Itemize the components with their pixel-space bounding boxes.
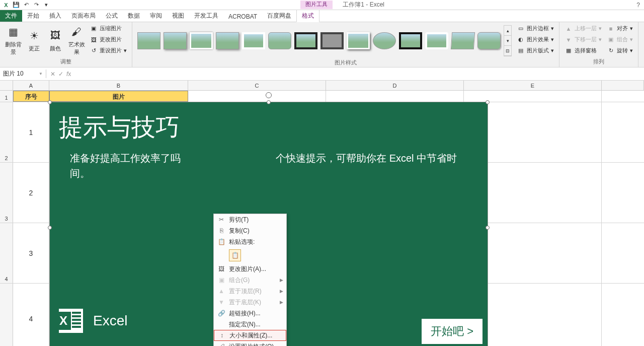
tab-data[interactable]: 数据	[123, 10, 145, 22]
cell-a3[interactable]: 2	[13, 163, 49, 223]
col-header-a[interactable]: A	[13, 81, 49, 90]
qat-dropdown-icon[interactable]: ▾	[42, 1, 50, 9]
cell-b1[interactable]: 图片	[49, 91, 188, 102]
style-thumb[interactable]	[425, 32, 448, 49]
bring-forward-button[interactable]: ▲上移一层 ▾	[562, 23, 604, 34]
col-header-b[interactable]: B	[49, 81, 188, 90]
style-thumb[interactable]	[373, 32, 396, 49]
picture-layout-button[interactable]: ▤图片版式 ▾	[515, 45, 556, 56]
cell-d1[interactable]	[326, 91, 464, 102]
style-thumb[interactable]	[399, 32, 422, 49]
tab-formulas[interactable]: 公式	[101, 10, 123, 22]
picture-styles-gallery[interactable]: ▴▾⊟	[135, 23, 514, 58]
paste-option-button[interactable]: 📋	[229, 249, 241, 261]
resize-handle-tm[interactable]	[267, 100, 271, 104]
select-all-corner[interactable]	[0, 81, 13, 90]
tab-view[interactable]: 视图	[167, 10, 189, 22]
layout-icon: ▤	[517, 47, 525, 55]
tab-acrobat[interactable]: ACROBAT	[223, 12, 262, 22]
fx-icon[interactable]: fx	[66, 71, 71, 78]
tab-file[interactable]: 文件	[0, 10, 22, 22]
cm-change-picture[interactable]: 🖼更改图片(A)...	[214, 263, 286, 274]
redo-icon[interactable]: ↷	[32, 1, 40, 9]
style-thumb[interactable]	[294, 32, 317, 49]
name-box-dropdown-icon[interactable]: ▼	[39, 72, 43, 76]
compress-picture-button[interactable]: ▣压缩图片	[88, 23, 129, 34]
tab-layout[interactable]: 页面布局	[66, 10, 101, 22]
send-backward-button[interactable]: ▼下移一层 ▾	[562, 34, 604, 45]
cm-copy[interactable]: ⎘复制(C)	[214, 225, 286, 236]
color-button[interactable]: 🖼 颜色	[45, 23, 65, 56]
cell-a5[interactable]: 4	[13, 284, 49, 346]
cm-assign-macro[interactable]: 指定宏(N)...	[214, 319, 286, 330]
corrections-button[interactable]: ☀ 更正	[24, 23, 44, 56]
tab-review[interactable]: 审阅	[145, 10, 167, 22]
undo-icon[interactable]: ↶	[22, 1, 30, 9]
cell-a2[interactable]: 1	[13, 102, 49, 162]
name-box-value: 图片 10	[3, 70, 24, 78]
tab-developer[interactable]: 开发工具	[189, 10, 223, 22]
expand-icon[interactable]: ⊟	[504, 46, 511, 56]
col-header-d[interactable]: D	[326, 81, 464, 90]
remove-background-button[interactable]: ▦ 删除背景	[3, 23, 23, 56]
row-header-2[interactable]: 2	[0, 102, 13, 162]
cancel-icon[interactable]: ✕	[50, 71, 55, 78]
name-box[interactable]: 图片 10 ▼	[0, 70, 46, 78]
cm-hyperlink[interactable]: 🔗超链接(H)...	[214, 308, 286, 319]
group-arrange: ▲上移一层 ▾ ▼下移一层 ▾ ▦选择窗格 ≡对齐 ▾ ▣组合 ▾ ↻旋转 ▾ …	[559, 22, 638, 67]
resize-handle-tr[interactable]	[486, 100, 490, 104]
row-header-1[interactable]: 1	[0, 91, 13, 102]
reset-picture-button[interactable]: ↺重设图片 ▾	[88, 45, 129, 56]
cell-c1[interactable]	[188, 91, 326, 102]
resize-handle-tl[interactable]	[48, 100, 52, 104]
row-header-3[interactable]: 3	[0, 163, 13, 223]
col-header-e[interactable]: E	[464, 81, 602, 90]
cm-format-picture[interactable]: 🖌设置图片格式(O)...	[214, 341, 286, 346]
style-thumb[interactable]	[216, 32, 239, 49]
start-button[interactable]: 开始吧 >	[422, 319, 482, 344]
tab-baidu[interactable]: 百度网盘	[262, 10, 296, 22]
rotate-handle[interactable]	[266, 92, 272, 98]
tab-home[interactable]: 开始	[22, 10, 44, 22]
group-button[interactable]: ▣组合 ▾	[605, 34, 635, 45]
style-thumb[interactable]	[320, 32, 344, 49]
cell-a1[interactable]: 序号	[13, 91, 49, 102]
cell-e1[interactable]	[464, 91, 602, 102]
style-thumb[interactable]	[477, 32, 501, 49]
save-icon[interactable]: 💾	[12, 1, 20, 9]
artistic-effects-button[interactable]: 🖌 艺术效果	[66, 23, 87, 56]
resize-handle-mr[interactable]	[486, 226, 490, 230]
tab-insert[interactable]: 插入	[44, 10, 66, 22]
cm-size-properties[interactable]: ↕大小和属性(Z)...	[214, 330, 286, 341]
style-thumb[interactable]	[347, 32, 370, 49]
scroll-down-icon[interactable]: ▾	[504, 36, 511, 46]
style-thumb[interactable]	[190, 32, 213, 49]
accept-icon[interactable]: ✓	[58, 71, 63, 78]
rotate-button[interactable]: ↻旋转 ▾	[605, 45, 635, 56]
ribbon: ▦ 删除背景 ☀ 更正 🖼 颜色 🖌 艺术效果 ▣压缩图片 🖼更改图片 ↺重设图…	[0, 22, 644, 67]
col-header-f[interactable]	[602, 81, 644, 90]
style-thumb[interactable]	[137, 32, 160, 49]
change-pic-icon: 🖼	[90, 36, 98, 44]
picture-effects-button[interactable]: ◐图片效果 ▾	[515, 34, 556, 45]
col-header-c[interactable]: C	[188, 81, 326, 90]
resize-handle-ml[interactable]	[48, 226, 52, 230]
selection-pane-button[interactable]: ▦选择窗格	[562, 45, 604, 56]
help-button[interactable]: ?	[632, 2, 644, 9]
crop-button[interactable]: ⧉ 裁剪	[641, 23, 644, 56]
cm-cut[interactable]: ✂剪切(T)	[214, 214, 286, 225]
style-thumb[interactable]	[451, 32, 475, 49]
row-header-5[interactable]: 5	[0, 284, 13, 346]
gallery-scroll[interactable]: ▴▾⊟	[504, 25, 512, 56]
style-thumb[interactable]	[268, 32, 291, 49]
tab-format[interactable]: 格式	[296, 10, 319, 22]
scroll-up-icon[interactable]: ▴	[504, 26, 511, 36]
picture-border-button[interactable]: ▭图片边框 ▾	[515, 23, 556, 34]
style-thumb[interactable]	[242, 32, 265, 49]
row-header-4[interactable]: 4	[0, 223, 13, 283]
cell-a4[interactable]: 3	[13, 223, 49, 283]
style-thumb[interactable]	[164, 32, 187, 49]
format-pic-icon: 🖌	[217, 343, 226, 346]
change-picture-button[interactable]: 🖼更改图片	[88, 34, 129, 45]
align-button[interactable]: ≡对齐 ▾	[605, 23, 635, 34]
